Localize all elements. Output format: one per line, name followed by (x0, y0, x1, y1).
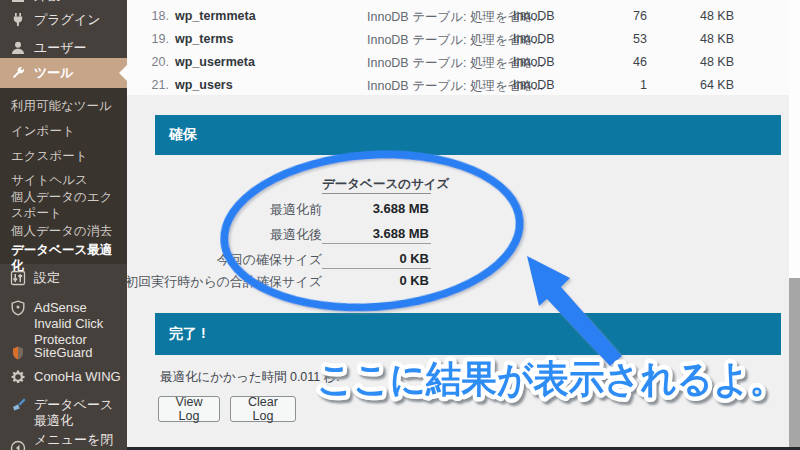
table-name: wp_terms (175, 32, 233, 46)
scrollbar-thumb[interactable] (789, 278, 800, 450)
sidebar-item-adsense-protector[interactable]: AdSense Invalid Click Protector (0, 295, 127, 333)
section-header-done: 完了 ! (155, 313, 781, 355)
row-index: 20. (147, 55, 169, 69)
sidebar-item-label: ユーザー (34, 40, 87, 56)
broom-icon (10, 397, 26, 413)
sidebar-item-siteguard[interactable]: SiteGuard (0, 341, 127, 365)
tools-icon (10, 65, 26, 81)
table-name: wp_users (175, 78, 233, 92)
sidebar-item-label: メニューを閉じる (34, 432, 123, 450)
settings-icon (10, 270, 26, 286)
submenu-item-export-personal-data[interactable]: 個人データのエクスポート (0, 187, 124, 223)
sidebar-item-database-optimize-plugin[interactable]: データベース最適化 (0, 392, 127, 430)
row-engine: InnoDB (513, 55, 555, 69)
shield-icon (10, 300, 26, 316)
section-title: 確保 (169, 126, 197, 144)
db-size-header: データベースのサイズ (322, 176, 431, 194)
row-count: 46 (587, 55, 647, 69)
collapse-menu-icon (10, 440, 26, 450)
table-name: wp_usermeta (175, 55, 255, 69)
row-size: 48 KB (672, 9, 734, 23)
sidebar-item-settings[interactable]: 設定 (0, 266, 127, 290)
row-count: 76 (587, 9, 647, 23)
row-engine: InnoDB (513, 9, 555, 23)
tools-submenu: 利用可能なツール インポート エクスポート サイトヘルス 個人データのエクスポー… (0, 88, 127, 264)
sidebar-item-label: ConoHa WING (34, 369, 121, 385)
row-engine: InnoDB (513, 78, 555, 92)
sidebar-item-label: 設定 (34, 270, 60, 286)
clear-log-button[interactable]: Clear Log (230, 396, 296, 422)
view-log-button[interactable]: View Log (158, 396, 220, 422)
size-row-value: 3.688 MB (322, 201, 431, 216)
submenu-item-import[interactable]: インポート (0, 121, 127, 141)
table-row: 19. wp_terms InnoDB テーブル: 処理を省略... InnoD… (127, 28, 789, 51)
appearance-icon (10, 0, 26, 4)
admin-sidebar: 外観 プラグイン ユーザー ツール 利用可能なツール (0, 0, 127, 450)
section-title: 完了 ! (169, 325, 206, 343)
siteguard-icon (10, 345, 26, 361)
row-size: 64 KB (672, 78, 734, 92)
sidebar-item-label: 外観 (34, 0, 60, 4)
size-row-label: 最適化後 (122, 226, 322, 244)
sidebar-item-conoha-wing[interactable]: ConoHa WING (0, 365, 127, 389)
sidebar-item-label: ツール (34, 65, 74, 81)
row-size: 48 KB (672, 55, 734, 69)
optimization-time-text: 最適化にかかった時間 0.011 秒. (160, 369, 340, 386)
users-icon (10, 40, 26, 56)
row-size: 48 KB (672, 32, 734, 46)
size-row-label: 最適化前 (122, 201, 322, 219)
row-count: 53 (587, 32, 647, 46)
size-row-label: 今回の確保サイズ (122, 251, 322, 269)
sidebar-item-plugins[interactable]: プラグイン (0, 7, 127, 35)
table-row: 18. wp_termmeta InnoDB テーブル: 処理を省略... In… (127, 5, 789, 28)
submenu-item-export[interactable]: エクスポート (0, 146, 127, 166)
annotation-text: ここに結果が表示されるよ。 (317, 358, 785, 400)
row-index: 18. (147, 9, 169, 23)
gear-icon (10, 369, 26, 385)
row-index: 19. (147, 32, 169, 46)
sidebar-item-label: SiteGuard (34, 345, 93, 361)
submenu-item-available-tools[interactable]: 利用可能なツール (0, 96, 127, 116)
db-tables-list: 18. wp_termmeta InnoDB テーブル: 処理を省略... In… (127, 0, 789, 95)
table-row: 20. wp_usermeta InnoDB テーブル: 処理を省略... In… (127, 51, 789, 74)
size-row-value: 3.688 MB (322, 226, 431, 244)
sidebar-item-collapse-menu[interactable]: メニューを閉じる (0, 436, 127, 450)
submenu-item-erase-personal-data[interactable]: 個人データの消去 (0, 221, 127, 241)
row-index: 21. (147, 78, 169, 92)
row-count: 1 (587, 78, 647, 92)
row-engine: InnoDB (513, 32, 555, 46)
table-name: wp_termmeta (175, 9, 256, 23)
wordpress-admin-screen: 外観 プラグイン ユーザー ツール 利用可能なツール (0, 0, 800, 450)
size-row-value: 0 KB (322, 251, 431, 269)
sidebar-item-tools[interactable]: ツール (0, 58, 127, 88)
plugin-icon (10, 12, 26, 28)
size-row-value: 0 KB (322, 273, 431, 288)
size-row-label: 初回実行時からの合計確保サイズ (122, 273, 322, 291)
sidebar-item-label: プラグイン (34, 12, 101, 28)
table-row: 21. wp_users InnoDB テーブル: 処理を省略... InnoD… (127, 74, 789, 97)
section-header-kakuho: 確保 (155, 115, 781, 155)
sidebar-item-label: データベース最適化 (34, 397, 123, 429)
